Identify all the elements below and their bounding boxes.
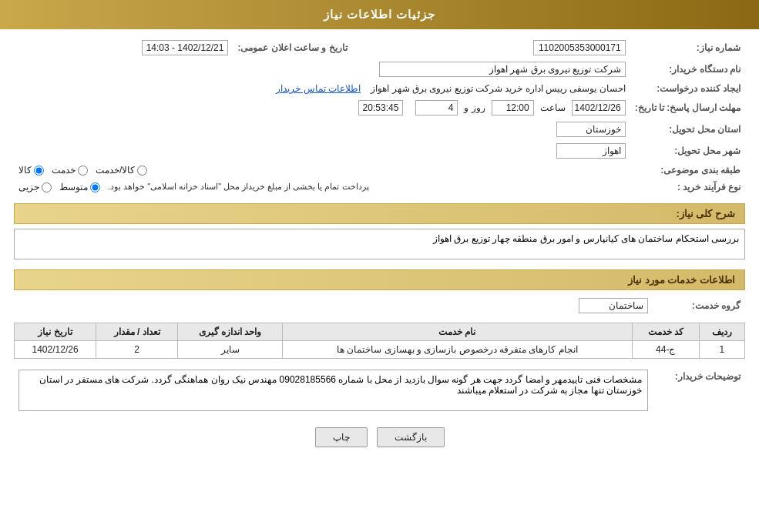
value-deadline: 1402/12/26 ساعت 12:00 روز و 4 20:53:45 [14,97,630,119]
label-city: شهر محل تحویل: [630,140,745,162]
radio-service-input[interactable] [78,166,88,176]
radio-medium-label: متوسط [59,182,88,192]
label-announce-datetime: تاریخ و ساعت اعلان عمومی: [233,37,351,59]
radio-goods: کالا [18,165,44,176]
label-purchase-type: نوع فرآیند خرید : [630,179,745,196]
radio-service: خدمت [52,165,88,176]
label-buyer-org: نام دستگاه خریدار: [630,59,745,80]
announce-datetime-field: 1402/12/21 - 14:03 [142,40,229,55]
back-button[interactable]: بازگشت [377,427,445,447]
province-field: خوزستان [556,122,626,137]
info-table-top: شماره نیاز: 1102005353000171 تاریخ و ساع… [14,37,745,196]
cell-unit: سایر [178,341,283,359]
th-row-number: ردیف [699,323,744,341]
radio-goods-services-label: کالا/خدمت [96,165,135,176]
button-row: بازگشت چاپ [14,427,745,447]
cell-row-num: 1 [699,341,744,359]
page-header: جزئیات اطلاعات نیاز [0,0,759,29]
radio-medium-input[interactable] [90,182,100,192]
print-button[interactable]: چاپ [315,427,368,447]
th-service-code: کد خدمت [632,323,699,341]
label-day: روز و [464,102,485,113]
radio-service-label: خدمت [52,165,76,176]
label-deadline: مهلت ارسال پاسخ: تا تاریخ: [630,97,745,119]
label-service-group: گروه خدمت: [653,295,745,316]
label-need-number: شماره نیاز: [630,37,745,59]
radio-medium: متوسط [59,182,100,192]
label-category: طبقه بندی موضوعی: [630,162,745,179]
label-requester: ایجاد کننده درخواست: [630,80,745,97]
value-need-number: 1102005353000171 [398,37,630,59]
cell-quantity: 2 [96,341,178,359]
value-buyer-org: شرکت توزیع نیروی برق شهر اهواز [14,59,630,80]
need-description-container: بررسی استحکام ساختمان های کیانپارس و امو… [14,229,745,262]
value-province: خوزستان [14,119,630,140]
value-purchase-type: پرداخت تمام یا بخشی از مبلغ خریداز محل "… [14,179,630,196]
th-need-date: تاریخ نیاز [15,323,96,341]
deadline-date-field: 1402/12/26 [572,100,626,115]
need-number-field: 1102005353000171 [533,40,626,55]
label-buyer-notes: توضیحات خریدار: [653,366,745,417]
value-announce-datetime: 1402/12/21 - 14:03 [14,37,233,59]
city-field: اهواز [556,143,626,159]
main-content: شماره نیاز: 1102005353000171 تاریخ و ساع… [0,29,759,463]
cell-need-date: 1402/12/26 [15,341,96,359]
deadline-time-field: 12:00 [492,100,534,115]
contact-link[interactable]: اطلاعات تماس خریدار [276,83,361,94]
buyer-notes-table: توضیحات خریدار: مشخصات فنی تاییدمهر و ام… [14,366,745,417]
table-row: 1 ج-44 انجام کارهای متفرقه درخصوص بازساز… [15,341,745,359]
purchase-type-note: پرداخت تمام یا بخشی از مبلغ خریداز محل "… [108,182,369,191]
radio-partial-input[interactable] [42,182,52,192]
value-city: اهواز [14,140,630,162]
radio-goods-input[interactable] [34,166,44,176]
page-title: جزئیات اطلاعات نیاز [324,8,435,21]
radio-partial: جزیی [18,182,52,192]
need-description-textarea[interactable]: بررسی استحکام ساختمان های کیانپارس و امو… [14,229,745,259]
deadline-remaining-field: 20:53:45 [358,100,404,115]
cell-service-name: انجام کارهای متفرقه درخصوص بازسازی و بهس… [282,341,632,359]
value-buyer-notes: مشخصات فنی تاییدمهر و امضا گردد جهت هر گ… [14,366,653,417]
label-province: استان محل تحویل: [630,119,745,140]
requester-name: احسان یوسفی رییس اداره خرید شرکت توزیع ن… [371,83,625,94]
service-group-table: گروه خدمت: ساختمان [14,295,745,316]
radio-goods-services-input[interactable] [137,166,147,176]
radio-partial-label: جزیی [18,182,39,192]
th-service-name: نام خدمت [282,323,632,341]
label-time: ساعت [540,102,566,113]
need-details-table: ردیف کد خدمت نام خدمت واحد اندازه گیری ت… [14,323,745,359]
radio-goods-services: کالا/خدمت [96,165,147,176]
buyer-org-field: شرکت توزیع نیروی برق شهر اهواز [379,62,626,77]
th-quantity: تعداد / مقدار [96,323,178,341]
deadline-days-field: 4 [415,100,458,115]
section-service-info: اطلاعات خدمات مورد نیاز [14,269,745,290]
value-requester: احسان یوسفی رییس اداره خرید شرکت توزیع ن… [14,80,630,97]
buyer-notes-textarea[interactable]: مشخصات فنی تاییدمهر و امضا گردد جهت هر گ… [18,370,648,411]
service-group-field: ساختمان [579,298,648,313]
section-need-description: شرح کلی نیاز: [14,203,745,224]
radio-goods-label: کالا [18,165,32,176]
page-wrapper: جزئیات اطلاعات نیاز شماره نیاز: 11020053… [0,0,759,532]
value-category: کالا/خدمت خدمت کالا [14,162,630,179]
value-service-group: ساختمان [14,295,653,316]
th-unit: واحد اندازه گیری [178,323,283,341]
cell-service-code: ج-44 [632,341,699,359]
